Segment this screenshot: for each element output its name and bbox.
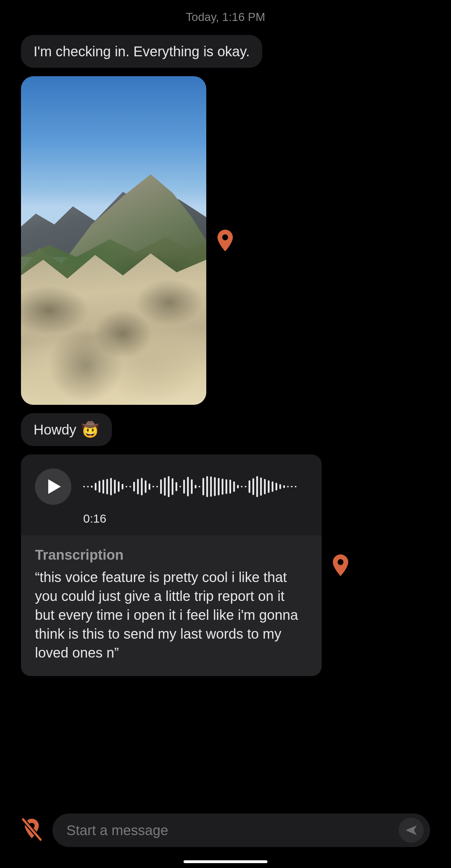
message-text: I'm checking in. Everything is okay. — [34, 43, 250, 60]
voice-message-card[interactable]: 0:16 Transcription “this voice feature i… — [21, 454, 322, 676]
waveform-bar — [268, 480, 270, 493]
waveform-bar — [275, 483, 277, 490]
waveform-bar — [249, 480, 250, 493]
waveform-bar — [137, 479, 139, 494]
send-icon — [404, 823, 418, 837]
waveform-bar — [195, 485, 196, 488]
voice-player: 0:16 — [21, 454, 322, 535]
chat-thread: Today, 1:16 PM I'm checking in. Everythi… — [0, 0, 451, 676]
waveform-bar — [83, 486, 85, 487]
waveform-bar — [176, 482, 177, 491]
waveform-bar — [218, 478, 220, 495]
waveform-bar — [241, 486, 243, 487]
waveform-bar — [206, 476, 208, 497]
transcription-panel: Transcription “this voice feature is pre… — [21, 535, 322, 676]
waveform-bar — [118, 481, 120, 492]
waveform-bar — [199, 486, 200, 487]
waveform-bar — [95, 483, 96, 490]
waveform-bar — [214, 477, 216, 496]
location-pin-icon[interactable] — [217, 230, 234, 251]
waveform-bar — [279, 484, 281, 489]
waveform-bar — [295, 486, 296, 487]
waveform-bar — [152, 486, 154, 487]
waveform-bar — [110, 478, 112, 495]
waveform-bar — [260, 478, 262, 496]
waveform-bar — [114, 480, 116, 494]
photo-attachment[interactable] — [21, 76, 206, 405]
waveform-bar — [149, 483, 150, 490]
photo-message-row — [21, 76, 430, 405]
voice-duration: 0:16 — [83, 512, 308, 525]
transcription-label: Transcription — [35, 547, 308, 563]
waveform-bar — [202, 478, 204, 495]
message-bubble-howdy[interactable]: Howdy 🤠 — [21, 413, 112, 446]
location-pin-icon[interactable] — [332, 554, 349, 576]
waveform-bar — [99, 481, 100, 493]
waveform-bar — [272, 481, 273, 492]
message-text: Howdy — [34, 421, 76, 438]
waveform-bar — [283, 485, 285, 488]
waveform-bar — [87, 486, 89, 487]
waveform-bar — [237, 485, 239, 488]
waveform-bar — [256, 476, 258, 497]
input-placeholder: Start a message — [66, 823, 168, 838]
waveform-bar — [291, 486, 293, 487]
message-bubble-checkin[interactable]: I'm checking in. Everything is okay. — [21, 35, 262, 68]
day-timestamp: Today, 1:16 PM — [21, 10, 430, 24]
waveform-bar — [126, 486, 127, 487]
waveform-bar — [179, 486, 181, 487]
waveform-bar — [183, 480, 185, 494]
send-button[interactable] — [399, 818, 424, 843]
waveform-bar — [102, 480, 104, 494]
waveform-bar — [133, 482, 135, 492]
waveform-bar — [106, 479, 108, 494]
svg-point-0 — [222, 235, 228, 241]
cowboy-emoji-icon: 🤠 — [81, 422, 99, 437]
waveform-bar — [141, 478, 143, 495]
waveform-bar — [245, 486, 246, 487]
waveform-bar — [210, 476, 212, 497]
transcription-text: “this voice feature is pretty cool i lik… — [35, 568, 308, 662]
waveform-bar — [168, 476, 170, 497]
waveform[interactable] — [83, 473, 296, 501]
voice-message-row: 0:16 Transcription “this voice feature i… — [21, 454, 430, 676]
waveform-bar — [156, 486, 158, 487]
location-off-icon[interactable] — [21, 817, 43, 843]
waveform-bar — [164, 478, 166, 496]
waveform-bar — [233, 481, 235, 492]
waveform-bar — [264, 479, 266, 494]
play-icon — [48, 479, 62, 495]
message-input-bar: Start a message — [0, 813, 451, 847]
waveform-bar — [187, 477, 189, 496]
photo-rock-shadows — [21, 247, 206, 405]
waveform-bar — [226, 479, 227, 494]
play-button[interactable] — [35, 468, 71, 505]
waveform-bar — [191, 479, 193, 494]
waveform-bar — [172, 478, 173, 495]
waveform-bar — [222, 479, 223, 495]
message-input[interactable]: Start a message — [52, 813, 430, 847]
waveform-bar — [145, 480, 146, 493]
waveform-bar — [252, 478, 254, 495]
waveform-bar — [160, 479, 162, 494]
waveform-bar — [229, 480, 231, 494]
waveform-bar — [122, 484, 123, 489]
waveform-bar — [91, 486, 93, 488]
waveform-bar — [129, 486, 131, 487]
waveform-bar — [287, 486, 289, 487]
svg-point-1 — [338, 559, 344, 565]
home-indicator[interactable] — [184, 860, 267, 863]
